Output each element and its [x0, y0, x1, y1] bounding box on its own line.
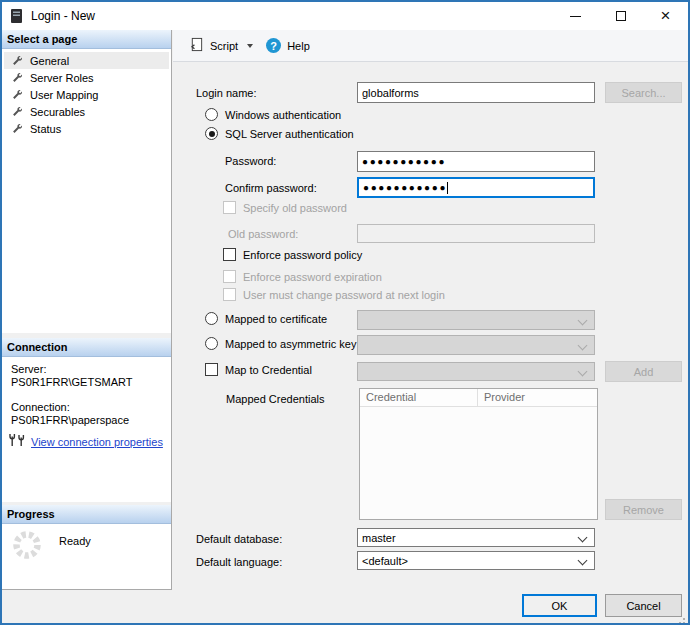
connection-value: PS0R1FRR\paperspace — [11, 414, 129, 426]
mapped-credentials-label: Mapped Credentials — [226, 393, 324, 405]
progress-status: Ready — [59, 535, 91, 547]
general-page-content: Login name: globalforms Search... Window… — [173, 62, 688, 590]
help-circle-icon: ? — [266, 38, 281, 53]
old-password-label: Old password: — [228, 228, 298, 240]
mapped-cert-option[interactable]: Mapped to certificate — [205, 312, 327, 325]
certificate-dropdown — [357, 310, 595, 330]
column-header-credential: Credential — [360, 389, 478, 406]
chevron-down-icon — [247, 44, 253, 48]
text-caret — [447, 182, 448, 194]
password-label: Password: — [225, 155, 276, 167]
remove-button: Remove — [605, 499, 682, 520]
default-database-label: Default database: — [196, 533, 282, 545]
chevron-down-icon — [578, 316, 588, 326]
default-language-label: Default language: — [196, 556, 282, 568]
login-new-dialog: Login - New × Select a page General Serv… — [0, 0, 690, 625]
mapped-credentials-table[interactable]: Credential Provider — [359, 388, 598, 520]
table-header-row: Credential Provider — [360, 389, 597, 407]
sidebar-item-label: User Mapping — [30, 89, 98, 101]
minimize-icon — [570, 16, 581, 17]
map-credential-option[interactable]: Map to Credential — [205, 363, 312, 376]
radio-mapped-cert[interactable] — [205, 312, 218, 325]
help-button[interactable]: ? Help — [262, 35, 314, 56]
login-name-label: Login name: — [196, 87, 257, 99]
sidebar-item-label: Status — [30, 123, 61, 135]
checkbox-specify-old-password — [223, 201, 236, 214]
view-connection-properties-link[interactable]: View connection properties — [31, 436, 163, 448]
add-button: Add — [605, 361, 682, 382]
windows-auth-option[interactable]: Windows authentication — [205, 108, 341, 121]
radio-windows-auth[interactable] — [205, 108, 218, 121]
select-page-header: Select a page — [2, 30, 171, 49]
login-server-icon — [10, 8, 23, 24]
checkbox-enforce-expiration — [223, 270, 236, 283]
radio-sql-auth[interactable] — [205, 127, 218, 140]
cancel-button[interactable]: Cancel — [605, 594, 682, 617]
credential-dropdown — [357, 362, 595, 381]
progress-header: Progress — [2, 505, 171, 524]
wrench-icon — [12, 106, 23, 117]
checkbox-map-credential[interactable] — [205, 363, 218, 376]
sidebar-item-label: Securables — [30, 106, 85, 118]
window-title: Login - New — [31, 9, 95, 23]
wrench-icon — [12, 72, 23, 83]
chevron-down-icon — [578, 533, 588, 543]
connection-plug-icon — [8, 433, 26, 451]
must-change-option: User must change password at next login — [223, 288, 445, 301]
resize-grip-icon[interactable] — [683, 618, 685, 620]
chevron-down-icon — [578, 341, 588, 351]
titlebar: Login - New × — [2, 2, 688, 30]
enforce-policy-option[interactable]: Enforce password policy — [223, 248, 362, 261]
radio-mapped-key[interactable] — [205, 337, 218, 350]
old-password-input — [357, 224, 595, 243]
wrench-icon — [12, 89, 23, 100]
checkbox-enforce-policy[interactable] — [223, 248, 236, 261]
server-label: Server: — [11, 363, 46, 375]
script-toolbar: Script ? Help — [173, 30, 688, 62]
asymmetric-key-dropdown — [357, 335, 595, 355]
default-database-dropdown[interactable]: master — [357, 528, 595, 547]
help-button-label: Help — [287, 40, 310, 52]
specify-old-password-option: Specify old password — [223, 201, 347, 214]
search-button: Search... — [605, 82, 682, 103]
confirm-password-label: Confirm password: — [225, 182, 317, 194]
connection-panel: Connection Server: PS0R1FRR\GETSMART Con… — [2, 338, 171, 502]
close-button[interactable]: × — [643, 2, 688, 30]
login-name-input[interactable]: globalforms — [357, 82, 595, 103]
script-button[interactable]: Script — [185, 34, 257, 57]
enforce-expiration-option: Enforce password expiration — [223, 270, 382, 283]
spinner-icon — [12, 530, 42, 564]
sidebar-item-user-mapping[interactable]: User Mapping — [4, 86, 169, 103]
sql-auth-option[interactable]: SQL Server authentication — [205, 127, 354, 140]
sidebar-item-status[interactable]: Status — [4, 120, 169, 137]
server-value: PS0R1FRR\GETSMART — [11, 376, 132, 388]
wrench-icon — [12, 123, 23, 134]
script-button-label: Script — [210, 40, 238, 52]
connection-label: Connection: — [11, 401, 70, 413]
chevron-down-icon — [578, 556, 588, 566]
confirm-password-input[interactable]: ●●●●●●●●●●● — [357, 177, 595, 198]
mapped-key-option[interactable]: Mapped to asymmetric key — [205, 337, 356, 350]
connection-header: Connection — [2, 338, 171, 357]
dialog-footer: OK Cancel — [2, 590, 688, 623]
script-file-icon — [189, 37, 204, 54]
sidebar-item-label: Server Roles — [30, 72, 94, 84]
maximize-button[interactable] — [598, 2, 643, 30]
sidebar-item-securables[interactable]: Securables — [4, 103, 169, 120]
select-page-panel: Select a page General Server Roles User … — [2, 30, 171, 333]
sidebar-item-label: General — [30, 55, 69, 67]
sidebar-item-server-roles[interactable]: Server Roles — [4, 69, 169, 86]
close-icon: × — [661, 11, 671, 21]
column-header-provider: Provider — [478, 389, 525, 406]
ok-button[interactable]: OK — [522, 594, 597, 617]
sidebar-item-general[interactable]: General — [4, 52, 169, 69]
wrench-icon — [12, 55, 23, 66]
checkbox-must-change — [223, 288, 236, 301]
maximize-icon — [616, 11, 626, 21]
sidebar: Select a page General Server Roles User … — [2, 30, 172, 590]
minimize-button[interactable] — [553, 2, 598, 30]
chevron-down-icon — [578, 367, 588, 377]
progress-panel: Progress Ready — [2, 505, 171, 590]
default-language-dropdown[interactable]: <default> — [357, 551, 595, 570]
password-input[interactable]: ●●●●●●●●●●● — [357, 151, 595, 172]
